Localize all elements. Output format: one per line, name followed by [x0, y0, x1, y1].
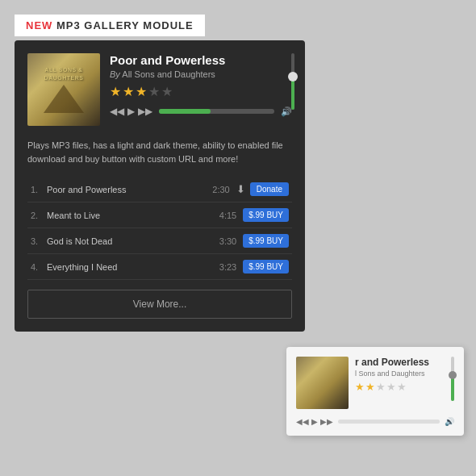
table-row: 1. Poor and Powerless 2:30 ⬇ Donate: [27, 177, 292, 203]
view-more-button[interactable]: View More...: [27, 290, 292, 319]
second-volume-track: [451, 357, 454, 401]
track-number: 2.: [31, 211, 47, 220]
second-player: r and Powerless l Sons and Daughters ★ ★…: [296, 357, 454, 409]
track-list: 1. Poor and Powerless 2:30 ⬇ Donate 2. M…: [27, 177, 292, 280]
track-number: 1.: [31, 185, 47, 194]
artist-prefix: By: [110, 69, 120, 79]
header-title: MP3 GALLERY MODULE: [52, 19, 193, 31]
donate-button[interactable]: Donate: [250, 182, 289, 196]
buy-button[interactable]: $.99 BUY: [243, 208, 289, 222]
second-volume-slider[interactable]: [448, 357, 457, 405]
second-star-4: ★: [386, 381, 396, 393]
star-4: ★: [148, 84, 160, 99]
track-name: Poor and Powerless: [47, 185, 212, 194]
track-duration: 3:23: [219, 262, 236, 272]
track-name: God is Not Dead: [47, 236, 219, 246]
second-info: r and Powerless l Sons and Daughters ★ ★…: [355, 357, 454, 393]
progress-fill: [159, 109, 211, 114]
track-name: Meant to Live: [47, 211, 219, 220]
volume-track: [291, 53, 294, 110]
track-name: Everything I Need: [47, 262, 219, 272]
play-button[interactable]: ▶: [127, 106, 135, 117]
track-number: 3.: [31, 236, 47, 246]
track-duration: 3:30: [219, 236, 236, 246]
second-volume-fill: [451, 377, 454, 401]
second-progress-bar[interactable]: [338, 420, 440, 424]
second-volume-icon[interactable]: 🔊: [445, 417, 454, 426]
album-art: ALL SONS &DAUGHTERS: [27, 53, 100, 126]
volume-fill: [291, 79, 294, 111]
second-play[interactable]: ▶: [311, 417, 318, 426]
second-card: r and Powerless l Sons and Daughters ★ ★…: [286, 347, 464, 436]
page-wrapper: NEW MP3 GALLERY MODULE ALL SONS &DAUGHTE…: [0, 0, 476, 476]
table-row: 4. Everything I Need 3:23 $.99 BUY: [27, 254, 292, 280]
second-rewind[interactable]: ◀◀: [296, 417, 309, 426]
star-rating: ★ ★ ★ ★ ★: [110, 84, 292, 99]
volume-handle: [288, 72, 298, 81]
description: Plays MP3 files, has a light and dark th…: [27, 139, 292, 165]
second-star-rating: ★ ★ ★ ★ ★: [355, 381, 454, 393]
buy-button[interactable]: $.99 BUY: [243, 260, 289, 273]
track-duration: 2:30: [212, 185, 229, 194]
second-star-3: ★: [376, 381, 386, 393]
second-transport: ◀◀ ▶ ▶▶ 🔊: [296, 417, 454, 426]
track-title: Poor and Powerless: [110, 53, 292, 67]
track-artist: By All Sons and Daughters: [110, 69, 292, 79]
table-row: 3. God is Not Dead 3:30 $.99 BUY: [27, 228, 292, 254]
second-forward[interactable]: ▶▶: [320, 417, 333, 426]
second-volume-handle: [449, 371, 457, 379]
download-icon[interactable]: ⬇: [236, 183, 245, 195]
buy-button[interactable]: $.99 BUY: [243, 234, 289, 248]
second-star-5: ★: [397, 381, 407, 393]
volume-slider[interactable]: [287, 53, 299, 118]
star-1: ★: [110, 84, 121, 99]
star-2: ★: [123, 84, 134, 99]
header-label: NEW MP3 GALLERY MODULE: [15, 15, 205, 36]
new-badge: NEW: [26, 19, 52, 31]
rewind-button[interactable]: ◀◀: [110, 106, 124, 117]
second-star-2: ★: [365, 381, 375, 393]
second-track-title: r and Powerless: [355, 357, 454, 368]
star-3: ★: [136, 84, 147, 99]
star-5: ★: [161, 84, 173, 99]
progress-bar[interactable]: [159, 109, 274, 114]
main-card: ALL SONS &DAUGHTERS Poor and Powerless B…: [15, 40, 305, 332]
player-info: Poor and Powerless By All Sons and Daugh…: [110, 53, 292, 117]
second-album-art: [296, 357, 349, 409]
track-number: 4.: [31, 262, 47, 272]
track-duration: 4:15: [219, 211, 236, 220]
transport-controls: ◀◀ ▶ ▶▶ 🔊: [110, 106, 292, 117]
player-section: ALL SONS &DAUGHTERS Poor and Powerless B…: [27, 53, 292, 126]
table-row: 2. Meant to Live 4:15 $.99 BUY: [27, 203, 292, 228]
artist-name: All Sons and Daughters: [122, 69, 215, 79]
second-star-1: ★: [355, 381, 365, 393]
forward-button[interactable]: ▶▶: [138, 106, 152, 117]
second-artist: l Sons and Daughters: [355, 370, 454, 378]
